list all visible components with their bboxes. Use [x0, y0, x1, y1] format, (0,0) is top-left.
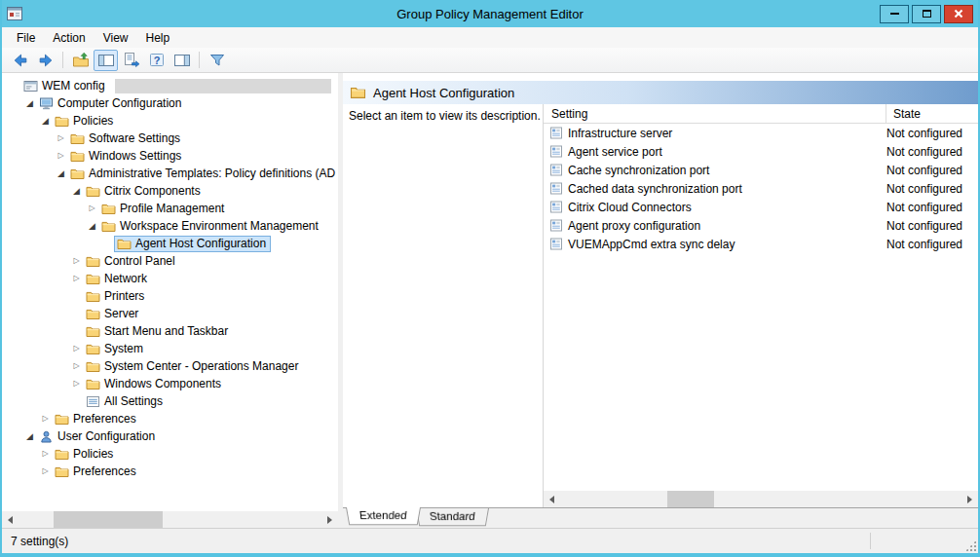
back-button[interactable] [8, 50, 32, 71]
tree-item[interactable]: ◢Workspace Environment Management [2, 217, 338, 235]
tree-item[interactable]: ▷Windows Components [2, 375, 338, 392]
tree-item[interactable]: ▷Preferences [2, 463, 338, 480]
forward-button[interactable] [33, 50, 57, 71]
scrollbar-thumb[interactable] [667, 491, 714, 507]
tree-item[interactable]: ◢Computer Configuration [2, 94, 338, 112]
menu-file[interactable]: File [8, 29, 44, 47]
tree-expander-icon[interactable]: ▷ [39, 463, 52, 480]
tree-item-content[interactable]: Citrix Components [83, 183, 206, 200]
tree-expander-icon[interactable]: ▷ [70, 252, 83, 270]
tree-expander-icon[interactable]: ▷ [70, 357, 83, 375]
column-header-setting[interactable]: Setting [544, 104, 886, 123]
tree-item[interactable]: Start Menu and Taskbar [2, 322, 338, 340]
tree-item[interactable]: ▷Profile Management [2, 200, 338, 217]
scrollbar-thumb[interactable] [54, 511, 163, 528]
tree-item-content[interactable]: Start Menu and Taskbar [83, 323, 233, 340]
tree-item[interactable]: ▷Software Settings [2, 130, 338, 147]
show-action-pane-button[interactable] [170, 50, 194, 71]
tab-extended[interactable]: Extended [346, 507, 421, 525]
tree-item-content[interactable]: User Configuration [36, 428, 160, 445]
tree-item-content[interactable]: Policies [52, 446, 118, 463]
tree-expander-icon[interactable]: ◢ [55, 165, 67, 182]
tree-expander-icon[interactable]: ◢ [70, 182, 83, 200]
tree-item-content[interactable]: System [83, 341, 148, 357]
up-one-level-button[interactable] [68, 50, 93, 71]
tree-expander-icon[interactable]: ▷ [70, 340, 83, 357]
scroll-right-button[interactable] [961, 491, 978, 507]
filter-button[interactable] [205, 50, 229, 71]
tree-item-content[interactable]: System Center - Operations Manager [83, 358, 303, 375]
tree-expander-icon[interactable]: ▷ [70, 375, 83, 392]
show-console-tree-button[interactable] [94, 50, 118, 71]
tree-item[interactable]: ▷System Center - Operations Manager [2, 357, 338, 375]
tree-item[interactable]: ◢User Configuration [2, 427, 338, 445]
tree-item[interactable]: ◢Policies [2, 112, 338, 130]
scroll-left-button[interactable] [2, 511, 19, 528]
tree-item[interactable]: Agent Host Configuration [2, 235, 338, 252]
tree-item-content[interactable]: Software Settings [67, 130, 185, 147]
tree-item-content[interactable]: Control Panel [83, 253, 180, 270]
scrollbar-track[interactable] [19, 511, 321, 528]
settings-row[interactable]: Citrix Cloud ConnectorsNot configured [544, 198, 978, 216]
menu-view[interactable]: View [94, 29, 137, 47]
tree-item[interactable]: ▷System [2, 340, 338, 357]
tree-item[interactable]: ▷Preferences [2, 410, 338, 427]
column-header-state[interactable]: State [886, 104, 978, 123]
settings-row[interactable]: Cache synchronization portNot configured [544, 161, 978, 179]
tree-expander-icon[interactable]: ◢ [23, 94, 36, 112]
tree-item[interactable]: Printers [2, 287, 338, 305]
tree-item-content[interactable]: WEM config [20, 78, 110, 94]
settings-row[interactable]: Infrastructure serverNot configured [544, 124, 978, 142]
tree-expander-icon[interactable]: ▷ [39, 445, 52, 463]
scroll-left-button[interactable] [544, 491, 560, 507]
tree-item-content[interactable]: Policies [52, 113, 118, 130]
tree-item[interactable]: ◢Citrix Components [2, 182, 338, 200]
tree-item-content[interactable]: Windows Settings [67, 148, 186, 165]
settings-row[interactable]: Agent service portNot configured [544, 142, 978, 161]
tree-item[interactable]: ▷Policies [2, 445, 338, 463]
tree-horizontal-scrollbar[interactable] [2, 511, 338, 528]
scroll-right-button[interactable] [321, 511, 338, 528]
tree-expander-icon[interactable]: ◢ [23, 427, 36, 445]
tree-item[interactable]: ◢Administrative Templates: Policy defini… [2, 165, 338, 182]
tree-item-content[interactable]: Administrative Templates: Policy definit… [67, 166, 338, 182]
help-button[interactable]: ? [144, 50, 169, 71]
settings-row[interactable]: Agent proxy configurationNot configured [544, 216, 978, 235]
tree-item-content[interactable]: Workspace Environment Management [98, 218, 323, 235]
tree-expander-icon[interactable]: ▷ [86, 200, 98, 217]
settings-row[interactable]: Cached data synchronization portNot conf… [544, 179, 978, 198]
tree-item[interactable]: ▷Network [2, 270, 338, 287]
scrollbar-track[interactable] [560, 491, 961, 507]
maximize-button[interactable] [912, 5, 941, 23]
tree-expander-icon[interactable]: ▷ [55, 130, 67, 147]
tree-item[interactable]: Server [2, 305, 338, 322]
tree-item-content[interactable]: Printers [83, 288, 149, 305]
tree-expander-icon[interactable]: ▷ [70, 270, 83, 287]
tree-item-content[interactable]: Network [83, 271, 152, 287]
tree-item-content[interactable]: Profile Management [98, 201, 229, 217]
tree-item-content[interactable]: Agent Host Configuration [114, 236, 271, 252]
resize-grip[interactable] [964, 539, 977, 552]
close-button[interactable] [944, 5, 973, 23]
tree-item-content[interactable]: Computer Configuration [36, 95, 186, 112]
tab-standard[interactable]: Standard [416, 508, 489, 526]
tree-expander-icon[interactable]: ▷ [55, 147, 67, 165]
export-list-button[interactable] [119, 50, 143, 71]
tree-item[interactable]: ▷Windows Settings [2, 147, 338, 165]
settings-row[interactable]: VUEMAppCmd extra sync delayNot configure… [544, 235, 978, 253]
tree-expander-icon[interactable]: ▷ [39, 410, 52, 427]
list-horizontal-scrollbar[interactable] [544, 491, 978, 507]
tree-item[interactable]: ▷Control Panel [2, 252, 338, 270]
tree-item-content[interactable]: Server [83, 306, 143, 322]
tree-item-content[interactable]: Windows Components [83, 376, 226, 392]
tree-expander-icon[interactable]: ◢ [86, 217, 98, 235]
menu-help[interactable]: Help [137, 29, 179, 47]
tree-item[interactable]: All Settings [2, 392, 338, 410]
minimize-button[interactable] [880, 5, 909, 23]
titlebar[interactable]: Group Policy Management Editor [2, 0, 978, 27]
tree-item[interactable]: WEM config [2, 77, 338, 94]
tree-item-content[interactable]: Preferences [52, 411, 141, 427]
menu-action[interactable]: Action [44, 29, 94, 47]
tree-expander-icon[interactable]: ◢ [39, 112, 52, 130]
tree-item-content[interactable]: Preferences [52, 464, 141, 480]
